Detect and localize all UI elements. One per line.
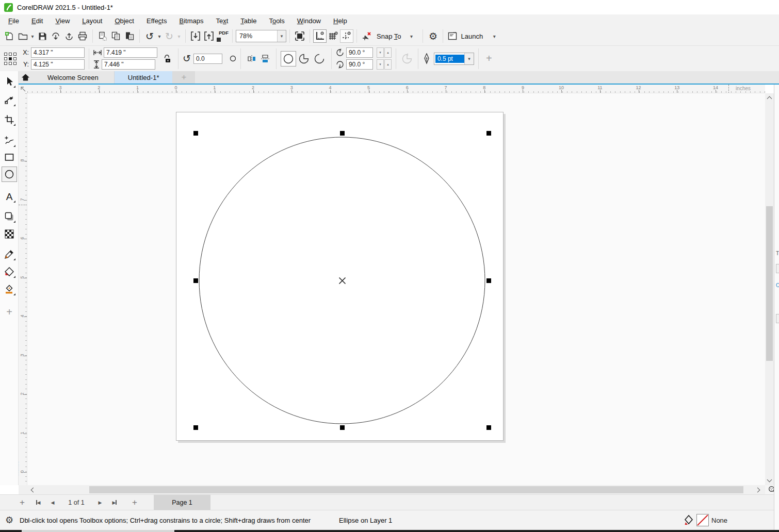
rotation-center-icon[interactable] — [230, 55, 236, 62]
page-1-tab[interactable]: Page 1 — [154, 495, 210, 510]
menu-item-view[interactable]: View — [49, 15, 76, 26]
options-button[interactable]: ⚙ — [426, 29, 440, 43]
previous-page-button[interactable]: ◀ — [45, 495, 60, 510]
menu-item-file[interactable]: File — [2, 15, 25, 26]
open-button[interactable] — [16, 29, 29, 43]
rotation-angle-field[interactable]: 0.0 — [193, 54, 222, 64]
launch-button[interactable] — [446, 29, 460, 43]
launch-caret-icon[interactable]: ▾ — [491, 34, 497, 39]
transparency-tool[interactable] — [2, 226, 17, 242]
menu-item-tools[interactable]: Tools — [263, 15, 290, 26]
interactive-fill-tool[interactable] — [2, 264, 17, 279]
end-angle-field[interactable]: 90.0 ° — [346, 59, 373, 70]
show-grid-toggle[interactable] — [327, 29, 340, 43]
ellipse-tool[interactable] — [2, 167, 17, 182]
show-rulers-toggle[interactable] — [313, 29, 327, 43]
print-button[interactable] — [76, 29, 89, 43]
import-button[interactable] — [189, 29, 202, 43]
object-origin-grid-icon[interactable] — [4, 53, 17, 65]
last-page-button[interactable]: ▶ — [107, 495, 122, 510]
save-button[interactable] — [36, 29, 49, 43]
ellipse-mode-button[interactable] — [281, 51, 296, 66]
end-angle-up-button[interactable]: ▴ — [384, 59, 392, 70]
pie-mode-button[interactable] — [296, 51, 312, 66]
menu-item-bitmaps[interactable]: Bitmaps — [173, 15, 209, 26]
menu-item-layout[interactable]: Layout — [76, 15, 108, 26]
rectangle-tool[interactable] — [2, 149, 17, 165]
scroll-left-button[interactable] — [27, 485, 37, 494]
snap-off-button[interactable] — [360, 29, 374, 43]
menu-item-window[interactable]: Window — [291, 15, 327, 26]
crop-tool[interactable] — [2, 112, 17, 127]
text-tool[interactable]: A — [2, 189, 17, 204]
redo-button[interactable]: ↻ — [163, 29, 176, 43]
undo-flyout-caret-icon[interactable]: ▾ — [156, 34, 163, 39]
ruler-origin[interactable] — [19, 85, 27, 93]
status-gear-icon[interactable]: ⚙ — [5, 514, 13, 526]
object-x-field[interactable]: 4.317 " — [31, 47, 85, 58]
export-button[interactable] — [202, 29, 216, 43]
publish-pdf-button[interactable]: PDF — [216, 29, 229, 43]
menu-item-help[interactable]: Help — [327, 15, 353, 26]
save-to-cloud-button[interactable] — [62, 29, 76, 43]
mirror-horizontal-button[interactable] — [245, 52, 258, 65]
shape-tool[interactable] — [2, 92, 17, 108]
paste-button[interactable] — [123, 29, 136, 43]
menu-item-table[interactable]: Table — [234, 15, 263, 26]
object-y-field[interactable]: 4.125 " — [31, 59, 85, 70]
new-document-button[interactable] — [3, 29, 16, 43]
add-page-start-button[interactable]: + — [13, 495, 31, 510]
vertical-scrollbar[interactable] — [765, 93, 774, 485]
vertical-ruler[interactable]: inches 876543210 — [19, 93, 27, 485]
open-flyout-caret-icon[interactable]: ▾ — [29, 34, 36, 39]
start-angle-up-button[interactable]: ▴ — [384, 47, 392, 58]
scroll-down-button[interactable] — [765, 476, 774, 485]
cut-button[interactable] — [96, 29, 109, 43]
outline-width-combobox[interactable]: 0.5 pt ▾ — [434, 53, 474, 65]
snap-to-caret-icon[interactable]: ▾ — [408, 34, 414, 39]
mirror-vertical-button[interactable] — [258, 52, 272, 65]
horizontal-scroll-thumb[interactable] — [89, 486, 743, 493]
menu-item-edit[interactable]: Edit — [25, 15, 49, 26]
eyedropper-tool[interactable] — [2, 246, 17, 262]
pick-tool[interactable] — [2, 74, 17, 89]
horizontal-ruler[interactable]: inches 32101234567891011121314 — [27, 85, 765, 93]
object-height-field[interactable]: 7.446 " — [102, 59, 155, 70]
start-angle-field[interactable]: 90.0 ° — [346, 47, 373, 58]
horizontal-scrollbar[interactable] — [19, 485, 765, 494]
zoom-level-combobox[interactable]: 78% ▾ — [236, 30, 286, 42]
zoom-dropdown-caret-icon[interactable]: ▾ — [277, 30, 286, 42]
arc-mode-button[interactable] — [312, 51, 327, 66]
copy-button[interactable] — [109, 29, 123, 43]
vertical-scroll-thumb[interactable] — [766, 206, 773, 361]
object-width-field[interactable]: 7.419 " — [104, 47, 157, 58]
tab-welcome-screen[interactable]: Welcome Screen — [32, 71, 115, 84]
snap-to-dropdown[interactable]: Snap To — [377, 32, 401, 40]
menu-item-effects[interactable]: Effects — [140, 15, 173, 26]
tab-untitled-1[interactable]: Untitled-1* — [115, 71, 173, 84]
new-document-tab-button[interactable]: + — [172, 71, 195, 84]
first-page-button[interactable]: ◀ — [31, 495, 45, 510]
menu-item-object[interactable]: Object — [108, 15, 140, 26]
undo-button[interactable]: ↺ — [143, 29, 156, 43]
freehand-tool[interactable] — [2, 133, 17, 148]
add-page-end-button[interactable]: + — [126, 495, 143, 510]
outline-width-caret-icon[interactable]: ▾ — [464, 53, 474, 64]
open-from-cloud-button[interactable] — [49, 29, 62, 43]
lock-ratio-button[interactable] — [160, 52, 174, 65]
end-angle-down-button[interactable]: ▾ — [377, 59, 384, 70]
smart-fill-tool[interactable] — [2, 281, 17, 297]
show-guidelines-toggle[interactable] — [340, 29, 353, 43]
customize-toolbox-button[interactable]: + — [2, 304, 17, 320]
no-fill-swatch[interactable] — [696, 514, 709, 526]
selected-ellipse-overlay[interactable] — [27, 93, 765, 485]
full-screen-preview-button[interactable] — [293, 29, 306, 43]
start-angle-down-button[interactable]: ▾ — [377, 47, 384, 58]
drop-shadow-tool[interactable] — [2, 209, 17, 224]
next-page-button[interactable]: ▶ — [93, 495, 107, 510]
scroll-right-button[interactable] — [753, 485, 763, 494]
canvas-area[interactable] — [27, 93, 765, 485]
scroll-up-button[interactable] — [765, 93, 774, 103]
menu-item-text[interactable]: Text — [209, 15, 234, 26]
home-tab-button[interactable] — [19, 71, 32, 84]
